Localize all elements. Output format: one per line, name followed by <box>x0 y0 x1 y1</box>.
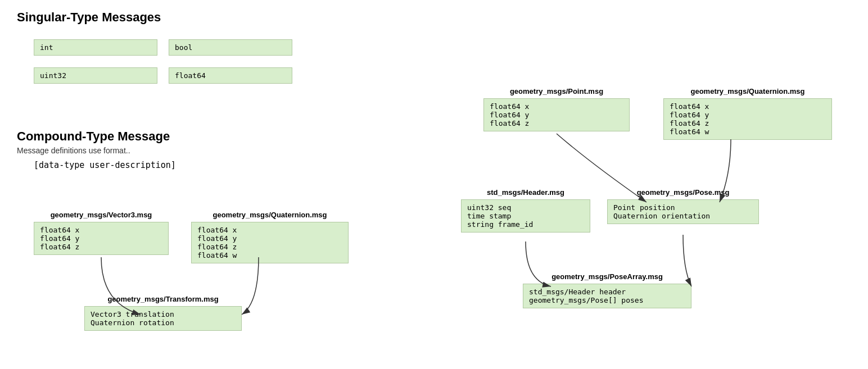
vector3-box: float64 x float64 y float64 z <box>34 222 169 255</box>
compound-format: [data-type user-description] <box>34 160 176 170</box>
point-label: geometry_msgs/Point.msg <box>483 87 630 95</box>
singular-float64-box: float64 <box>169 67 292 84</box>
point-box: float64 x float64 y float64 z <box>483 98 630 131</box>
singular-uint32-box: uint32 <box>34 67 157 84</box>
vector3-label: geometry_msgs/Vector3.msg <box>34 211 169 219</box>
header-box: uint32 seq time stamp string frame_id <box>461 199 590 233</box>
posearray-label: geometry_msgs/PoseArray.msg <box>523 272 691 281</box>
transform-box: Vector3 translation Quaternion rotation <box>84 306 242 331</box>
posearray-box: std_msgs/Header header geometry_msgs/Pos… <box>523 284 691 308</box>
compound-type-title: Compound-Type Message <box>17 129 170 144</box>
header-label: std_msgs/Header.msg <box>461 188 590 197</box>
right-quaternion-label: geometry_msgs/Quaternion.msg <box>663 87 832 95</box>
singular-int-box: int <box>34 39 157 56</box>
left-quaternion-box: float64 x float64 y float64 z float64 w <box>191 222 349 263</box>
right-quaternion-box: float64 x float64 y float64 z float64 w <box>663 98 832 140</box>
transform-label: geometry_msgs/Transform.msg <box>84 295 242 303</box>
singular-bool-box: bool <box>169 39 292 56</box>
singular-type-title: Singular-Type Messages <box>17 10 161 25</box>
pose-label: geometry_msgs/Pose.msg <box>607 188 759 197</box>
compound-desc: Message definitions use format.. <box>17 146 130 155</box>
pose-box: Point position Quaternion orientation <box>607 199 759 224</box>
left-quaternion-label: geometry_msgs/Quaternion.msg <box>191 211 349 219</box>
